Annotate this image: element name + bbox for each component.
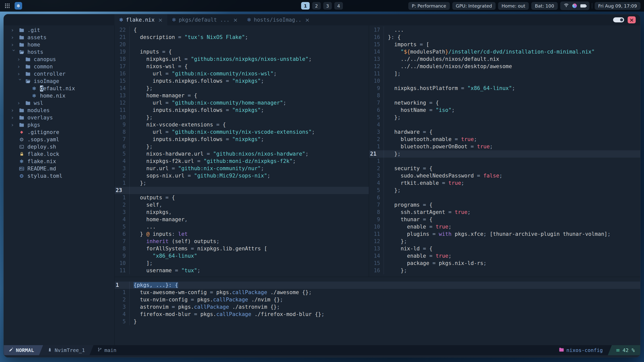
chevron-right-icon[interactable]: › [11,41,18,48]
chevron-right-icon[interactable]: › [11,107,18,114]
code-line[interactable]: 4 home-manager, [115,216,369,223]
code-line[interactable]: 12 }; [369,238,640,245]
chevron-right-icon[interactable]: › [18,56,24,63]
pin-toggle[interactable] [613,17,624,22]
code-line[interactable]: 5} [115,318,640,325]
code-line[interactable]: 15 package = pkgs.nix-ld-rs; [369,260,640,267]
code-line[interactable]: 1 [369,158,640,165]
workspace-button-2[interactable]: 2 [312,2,321,10]
tab-flake-nix[interactable]: ❄flake.nix× [114,14,167,25]
chevron-down-icon[interactable]: › [10,49,18,56]
code-line[interactable]: 2 security = { [369,165,640,172]
code-line[interactable]: 9 "x86_64-linux" [115,252,369,260]
code-line[interactable]: 1 }; [115,179,369,187]
wifi-icon[interactable] [564,3,569,9]
code-line[interactable]: 6 hostName = "iso"; [369,107,640,114]
code-line[interactable]: 3 sudo.wheelNeedsPassword = false; [369,172,640,179]
code-line[interactable]: 5 ... [115,223,369,231]
code-line[interactable]: 11 ]; [369,70,640,77]
chevron-right-icon[interactable]: › [11,26,18,34]
tab-close-icon[interactable]: × [233,17,238,23]
tree-item-hosts[interactable]: ›hosts [4,48,114,56]
code-line[interactable]: 17 ... [369,26,640,34]
tab-close-icon[interactable]: × [305,17,309,23]
tree-item-pkgs[interactable]: ›pkgs [4,121,114,128]
code-line[interactable]: 1{pkgs, ...}: { [115,282,640,289]
code-line[interactable]: 2 bluetooth.enable = true; [369,136,640,143]
tree-item-default-nix[interactable]: ❄default.nix [4,85,114,92]
tree-item-stylua-toml[interactable]: ⚙stylua.toml [4,172,114,179]
code-line[interactable]: 16 }; [369,267,640,274]
code-line[interactable]: 8 ssh.startAgent = true; [369,209,640,216]
code-line[interactable]: 12 ../../modules/nixos/desktop/awesome [369,63,640,70]
code-line[interactable]: 14 "${modulesPath}/installer/cd-dvd/inst… [369,48,640,56]
code-line[interactable]: 3 nur.url = "github:nix-community/nur"; [115,165,369,172]
code-line[interactable]: 6 [369,194,640,201]
code-line[interactable]: 11 username = "tux"; [115,267,369,274]
tree-item-flake-lock[interactable]: flake.lock [4,150,114,158]
code-line[interactable]: 8 forAllSystems = nixpkgs.lib.genAttrs [ [115,245,369,252]
code-line[interactable]: 4 [369,121,640,128]
tree-item-canopus[interactable]: ›canopus [4,56,114,63]
tree-item-gitignore[interactable]: .gitignore [4,128,114,136]
code-line[interactable]: 2 sops-nix.url = "github:Mic92/sops-nix"… [115,172,369,179]
code-line[interactable]: 4 rtkit.enable = true; [369,179,640,187]
code-line[interactable]: 11 inputs.nixpkgs.follows = "nixpkgs"; [115,107,369,114]
code-line[interactable]: 23 [115,187,369,194]
chevron-right-icon[interactable]: › [18,70,24,77]
tree-item-home-nix[interactable]: ❄home.nix [4,92,114,99]
chevron-right-icon[interactable]: › [18,99,24,107]
code-line[interactable]: 2 tux-nvim-config = pkgs.callPackage ./n… [115,296,640,303]
workspace-button-3[interactable]: 3 [323,2,332,10]
tree-item-modules[interactable]: ›modules [4,107,114,114]
code-line[interactable]: 8 url = "github:nix-community/nix-vscode… [115,128,369,136]
code-line[interactable]: 19 inputs = { [115,48,369,56]
app-logo-icon[interactable]: ❄ [15,2,22,10]
code-line[interactable]: 3 astronvim = pkgs.callPackage ./astronv… [115,303,640,311]
code-line[interactable]: 3 nixpkgs, [115,209,369,216]
code-line[interactable]: 10 [369,77,640,85]
chevron-right-icon[interactable]: › [11,114,18,121]
tree-item-isoimage[interactable]: ›isoImage [4,77,114,85]
code-line[interactable]: 1 tux-awesome-wm-config = pkgs.callPacka… [115,289,640,296]
code-line[interactable]: 11 plugins = with pkgs.xfce; [thunar-arc… [369,231,640,238]
code-line[interactable]: 4 nixpkgs-f2k.url = "github:moni-dz/nixp… [115,158,369,165]
code-line[interactable]: 21 }; [369,150,640,158]
tree-item-controller[interactable]: ›controller [4,70,114,77]
code-line[interactable]: 10 enable = true; [369,223,640,231]
code-line[interactable]: 14 enable = true; [369,252,640,260]
code-line[interactable]: 10 }; [115,114,369,121]
code-line[interactable]: 13 nix-ld = { [369,245,640,252]
code-line[interactable]: 5 }; [369,187,640,194]
code-line[interactable]: 8 [369,92,640,99]
tab-pkgs-default[interactable]: ❄pkgs/default ...× [167,14,242,25]
workspace-button-4[interactable]: 4 [334,2,343,10]
tree-item-common[interactable]: ›common [4,63,114,70]
chevron-down-icon[interactable]: › [17,78,24,85]
code-line[interactable]: 22{ [115,26,369,34]
code-line[interactable]: 13 ../../modules/nixos/default.nix [369,56,640,63]
code-line[interactable]: 9 thunar = { [369,216,640,223]
tab-close-icon[interactable]: × [158,17,163,23]
code-line[interactable]: 16 url = "github:nix-community/nixos-wsl… [115,70,369,77]
code-line[interactable]: 1 outputs = { [115,194,369,201]
tree-item-sops-yaml[interactable]: ⚙.sops.yaml [4,136,114,143]
tree-item-assets[interactable]: ›assets [4,34,114,41]
code-line[interactable]: 3 hardware = { [369,128,640,136]
code-line[interactable]: 15 inputs.nixpkgs.follows = "nixpkgs"; [115,77,369,85]
code-line[interactable]: 6 }; [115,143,369,150]
chevron-right-icon[interactable]: › [11,121,18,128]
code-line[interactable]: 7 networking = { [369,99,640,107]
code-line[interactable]: 10 ]; [115,260,369,267]
code-line[interactable]: 2 self, [115,201,369,209]
code-line[interactable]: 5 nixos-hardware.url = "github:nixos/nix… [115,150,369,158]
code-line[interactable]: 14 }; [115,85,369,92]
code-line[interactable]: 17 nixos-wsl = { [115,63,369,70]
tree-item-overlays[interactable]: ›overlays [4,114,114,121]
code-line[interactable]: 20 [115,41,369,48]
tree-item-home[interactable]: ›home [4,41,114,48]
code-line[interactable]: 1 bluetooth.powerOnBoot = true; [369,143,640,150]
tree-item-wsl[interactable]: ›wsl [4,99,114,107]
code-line[interactable]: 9 nix-vscode-extensions = { [115,121,369,128]
code-line[interactable]: 21 description = "tux's NixOS Flake"; [115,34,369,41]
